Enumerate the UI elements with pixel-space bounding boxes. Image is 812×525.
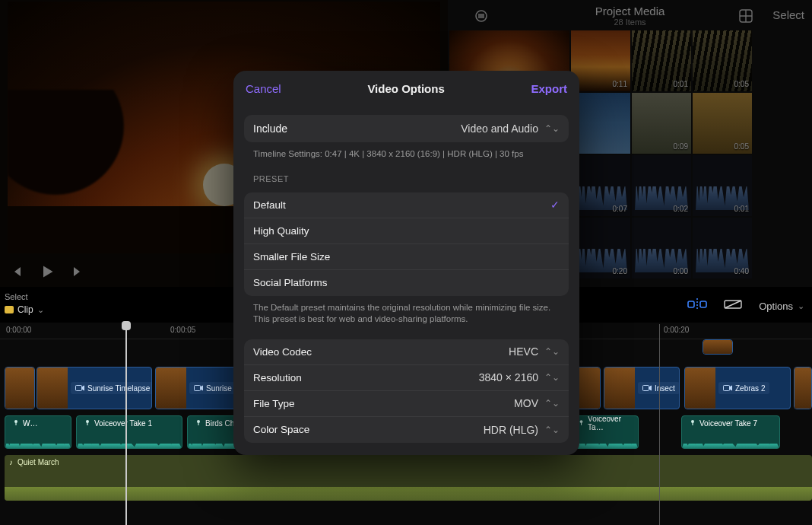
setting-key: File Type — [253, 398, 295, 409]
sort-icon[interactable] — [474, 9, 489, 26]
ruler-tick: 0:00:20 — [664, 326, 689, 334]
setting-value: MOV — [514, 397, 538, 409]
clip-thumb — [703, 340, 733, 354]
setting-key: Color Space — [253, 424, 309, 435]
audio-clip[interactable]: Voiceover Take 7 — [681, 415, 780, 449]
preset-name: High Quality — [253, 225, 309, 237]
grid-view-icon[interactable] — [739, 9, 753, 26]
media-subtitle: 28 Items — [595, 18, 665, 27]
preset-option[interactable]: Social Platforms — [244, 270, 569, 296]
video-clip[interactable]: Cr… — [703, 339, 733, 355]
video-clip[interactable]: Sunrise Timelapse — [36, 367, 152, 409]
thumb-duration: 0:40 — [734, 267, 749, 275]
thumb-duration: 0:09 — [674, 142, 688, 151]
svg-rect-21 — [692, 422, 693, 425]
setting-row[interactable]: Color SpaceHDR (HLG)⌃⌄ — [244, 417, 569, 443]
svg-rect-2 — [688, 301, 694, 307]
video-clip[interactable]: Insect — [604, 367, 680, 409]
media-title-block: Project Media 28 Items — [595, 5, 665, 27]
select-button[interactable]: Select — [772, 8, 804, 21]
viewer-play-button[interactable] — [38, 262, 56, 281]
secondary-playhead — [659, 324, 660, 525]
check-icon: ✓ — [550, 199, 560, 211]
media-thumbnail[interactable]: 0:02 — [632, 155, 691, 216]
include-value: Video and Audio — [461, 123, 538, 135]
timeline-settings-text: Timeline Settings: 0:47 | 4K | 3840 x 21… — [253, 148, 560, 161]
preset-name: Social Platforms — [253, 277, 328, 288]
svg-rect-11 — [724, 386, 730, 391]
clip-tag: Zebras 2 — [718, 382, 769, 394]
setting-row[interactable]: Resolution3840 × 2160⌃⌄ — [244, 365, 569, 391]
media-thumbnail[interactable]: 0:40 — [693, 218, 752, 278]
thumb-duration: 0:07 — [613, 205, 627, 213]
export-button[interactable]: Export — [531, 82, 567, 95]
svg-rect-8 — [195, 386, 201, 391]
video-clip[interactable]: Cr… — [5, 367, 35, 409]
clip-icon — [5, 306, 14, 313]
include-label: Include — [253, 123, 287, 135]
setting-key: Resolution — [253, 372, 302, 383]
preset-description: The Default preset maintains the origina… — [253, 302, 560, 326]
include-row[interactable]: Include Video and Audio ⌃⌄ — [244, 115, 569, 142]
clip-tag: Voiceover Take 7 — [685, 418, 761, 428]
media-thumbnail[interactable]: 0:05 — [693, 30, 752, 91]
media-thumbnail[interactable]: 0:01 — [632, 30, 691, 91]
media-thumbnail[interactable]: 0:11 — [571, 30, 630, 91]
media-thumbnail[interactable]: 0:00 — [632, 218, 691, 278]
clip-thumb — [795, 368, 812, 409]
select-label: Select — [5, 292, 44, 301]
preset-list: Default✓High QualitySmaller File SizeSoc… — [244, 192, 569, 296]
clip-thumb — [37, 368, 68, 409]
setting-row[interactable]: File TypeMOV⌃⌄ — [244, 391, 569, 417]
options-dropdown[interactable]: Options ⌄ — [759, 301, 804, 312]
setting-value: 3840 × 2160 — [479, 371, 538, 383]
media-title: Project Media — [595, 5, 665, 18]
clip-dropdown[interactable]: Clip ⌄ — [5, 304, 44, 315]
thumb-duration: 0:02 — [674, 205, 688, 213]
svg-rect-10 — [643, 386, 649, 391]
thumb-duration: 0:05 — [734, 80, 749, 88]
preset-section-label: PRESET — [253, 174, 560, 183]
svg-rect-7 — [76, 386, 82, 391]
playhead[interactable] — [125, 321, 127, 525]
left-strip: Select Clip ⌄ — [5, 292, 44, 317]
setting-row[interactable]: Video CodecHEVC⌃⌄ — [244, 339, 569, 365]
ruler-tick: 0:00:00 — [6, 326, 31, 334]
setting-value: HEVC — [509, 345, 538, 358]
clip-label: Clip — [17, 304, 33, 315]
audio-clip[interactable]: Voiceover Ta… — [570, 415, 639, 449]
media-thumbnail[interactable]: 0:09 — [632, 93, 691, 154]
preset-option[interactable]: Smaller File Size — [244, 244, 569, 270]
media-thumbnail[interactable]: 0:07 — [571, 155, 630, 216]
clip-tag: Voiceover Take 1 — [80, 418, 156, 428]
audio-clip[interactable]: Voiceover Take 1 — [76, 415, 182, 449]
clip-tag: W… — [8, 418, 41, 428]
ruler-tick: 0:00:05 — [170, 326, 195, 334]
media-thumbnail[interactable]: 0:01 — [693, 155, 752, 216]
split-clip-icon[interactable] — [687, 297, 707, 315]
viewer-next-frame-button[interactable] — [68, 262, 87, 281]
video-clip[interactable] — [794, 367, 812, 409]
video-options-modal: Cancel Video Options Export Include Vide… — [233, 71, 579, 455]
video-clip[interactable]: Sunrise — [155, 367, 239, 409]
updown-icon: ⌃⌄ — [544, 123, 560, 134]
setting-value-wrap: 3840 × 2160⌃⌄ — [479, 371, 560, 383]
media-thumbnail[interactable]: 0:20 — [571, 218, 630, 278]
updown-icon: ⌃⌄ — [544, 346, 560, 357]
setting-value-wrap: HDR (HLG)⌃⌄ — [484, 424, 560, 436]
viewer-prev-frame-button[interactable] — [8, 262, 26, 281]
preset-option[interactable]: High Quality — [244, 218, 569, 244]
video-clip[interactable]: Zebras 2 — [684, 367, 791, 409]
clip-thumb — [156, 368, 186, 409]
preset-name: Default — [253, 199, 286, 211]
media-thumbnail[interactable]: 0:05 — [693, 93, 752, 154]
cancel-button[interactable]: Cancel — [246, 82, 281, 95]
export-settings-list: Video CodecHEVC⌃⌄Resolution3840 × 2160⌃⌄… — [244, 339, 569, 443]
music-clip-label: Quiet March — [17, 458, 59, 466]
audio-clip[interactable]: W… — [5, 415, 71, 449]
setting-value-wrap: HEVC⌃⌄ — [509, 345, 560, 358]
transition-icon[interactable] — [724, 297, 742, 315]
preset-option[interactable]: Default✓ — [244, 192, 569, 218]
tree-graphic — [8, 90, 144, 212]
include-card: Include Video and Audio ⌃⌄ — [244, 115, 569, 142]
